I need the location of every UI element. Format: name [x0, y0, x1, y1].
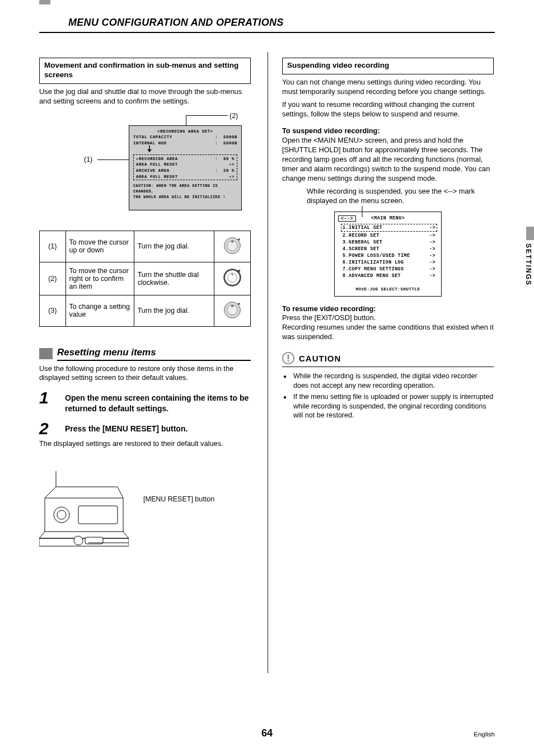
svg-marker-1	[147, 149, 152, 152]
caution-icon	[282, 352, 294, 364]
page-title: MENU CONFIGURATION AND OPERATIONS	[39, 17, 495, 29]
section-heading-resetting: Resetting menu items	[39, 347, 251, 361]
right-p1: You can not change menu settings during …	[282, 78, 494, 97]
left-column: Movement and confirmation in sub-menus a…	[39, 58, 251, 550]
intro-para: Use the jog dial and shuttle dial to mov…	[39, 87, 251, 106]
table-cell: To change a setting value	[65, 295, 134, 326]
title-rule	[39, 32, 495, 33]
suspend-heading: To suspend video recording:	[282, 126, 494, 136]
main-menu-screen: <--> <MAIN MENU> 1.INITIAL SET-> 2.RECOR…	[334, 212, 442, 297]
menu-reset-label: [MENU RESET] button	[143, 495, 214, 503]
marker-2: (2)	[229, 112, 238, 120]
resume-heading: To resume video recording:	[282, 304, 494, 314]
caution-list: While the recording is suspended, the di…	[282, 372, 494, 420]
caution-item: If the menu setting file is uploaded or …	[293, 392, 494, 420]
resume-body1: Press the [EXIT/OSD] button.	[282, 313, 494, 323]
resume-body2: Recording resumes under the same conditi…	[282, 323, 494, 342]
recording-area-diagram: (2) (1) (3) <RECORDING AREA SET> TOTAL C…	[39, 112, 251, 218]
svg-rect-21	[288, 355, 289, 359]
jog-dial-icon	[214, 231, 251, 262]
table-cell: Turn the jog dial.	[134, 231, 214, 262]
shuttle-dial-icon	[214, 262, 251, 295]
suspend-note: While recording is suspended, you see th…	[307, 187, 494, 206]
menu-title: <MAIN MENU>	[335, 215, 441, 220]
table-cell: Turn the jog dial.	[134, 295, 214, 326]
screen-title: <RECORDING AREA SET>	[133, 129, 237, 135]
table-cell: (2)	[40, 262, 66, 295]
page-top-tab	[39, 0, 50, 4]
svg-point-10	[231, 304, 233, 307]
caution-title: CAUTION	[299, 354, 341, 363]
menu-footer: MOVE:JOG SELECT:SHUTTLE	[335, 287, 441, 292]
svg-rect-22	[288, 360, 289, 362]
table-cell: To move the cursor right or to confirm a…	[65, 262, 134, 295]
right-column: Suspending video recording You can not c…	[282, 58, 494, 550]
section-box-suspending: Suspending video recording	[282, 58, 494, 74]
reset-intro: Use the following procedure to restore o…	[39, 364, 251, 383]
svg-point-4	[231, 240, 233, 242]
jog-dial-icon	[214, 295, 251, 326]
svg-point-7	[232, 274, 233, 275]
step2-sub: The displayed settings are restored to t…	[39, 439, 251, 449]
page-language: English	[474, 731, 495, 738]
marker-1: (1)	[84, 156, 92, 163]
caution-heading: CAUTION	[282, 352, 494, 364]
screen-row: TOTAL CAPACITY	[133, 134, 172, 140]
step-1: 1 Open the menu screen containing the it…	[39, 389, 251, 413]
svg-point-15	[74, 536, 83, 545]
side-tab-label: SETTINGS	[524, 243, 532, 286]
table-cell: (3)	[40, 295, 66, 326]
column-divider	[268, 52, 268, 673]
svg-point-13	[57, 510, 66, 519]
suspend-body: Open the <MAIN MENU> screen, and press a…	[282, 136, 494, 183]
svg-point-12	[54, 507, 69, 523]
right-p2: If you want to resume recording without …	[282, 100, 494, 119]
control-table: (1) To move the cursor up or down Turn t…	[39, 231, 251, 327]
table-cell: Turn the shuttle dial clockwise.	[134, 262, 214, 295]
svg-rect-11	[39, 538, 129, 546]
table-cell: To move the cursor up or down	[65, 231, 134, 262]
step-2: 2 Press the [MENU RESET] button.	[39, 420, 251, 437]
page-content: MENU CONFIGURATION AND OPERATIONS Moveme…	[39, 17, 495, 550]
svg-rect-14	[78, 506, 118, 524]
device-illustration	[39, 466, 129, 550]
section-box-movement: Movement and confirmation in sub-menus a…	[39, 58, 251, 84]
page-number: 64	[0, 727, 534, 739]
table-cell: (1)	[40, 231, 66, 262]
side-tab-marker	[526, 227, 534, 240]
caution-item: While the recording is suspended, the di…	[293, 372, 494, 390]
